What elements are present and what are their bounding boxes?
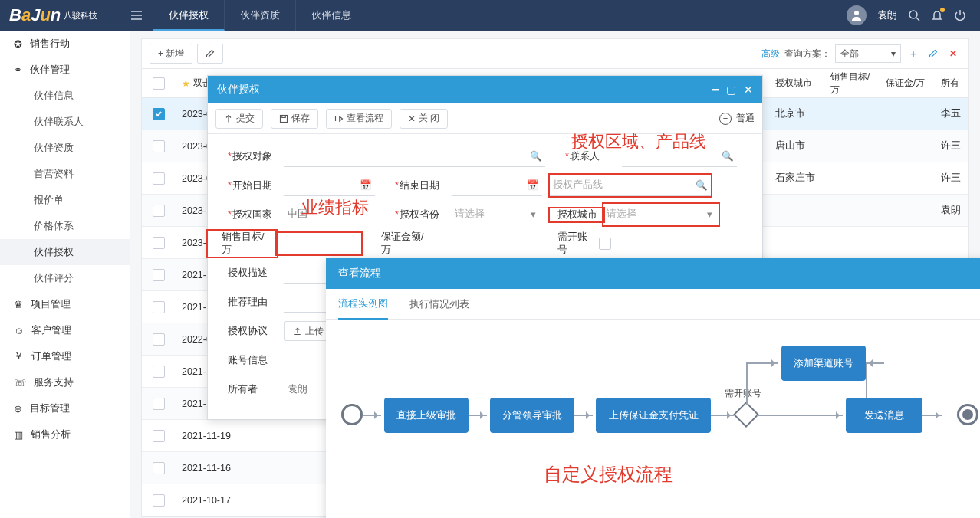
edit-button[interactable]	[197, 44, 223, 64]
flow-tab-graph[interactable]: 流程实例图	[338, 289, 388, 320]
nav-price[interactable]: 价格体系	[0, 213, 130, 239]
row-checkbox[interactable]	[153, 205, 165, 217]
flow-node-5[interactable]: 发送消息	[846, 398, 922, 433]
tab-partner-info[interactable]: 伙伴信息	[296, 0, 367, 31]
row-checkbox[interactable]	[153, 301, 165, 313]
col-target[interactable]: 销售目标/万	[824, 69, 880, 97]
col-owner[interactable]: 所有	[935, 69, 968, 97]
row-checkbox[interactable]	[153, 237, 165, 249]
sales-target-input[interactable]	[277, 233, 361, 254]
flow-tab-list[interactable]: 执行情况列表	[409, 289, 469, 320]
search-icon[interactable]: 🔍	[722, 150, 734, 162]
flow-node-4[interactable]: 添加渠道账号	[781, 346, 866, 381]
deposit-input[interactable]	[435, 233, 525, 254]
row-checkbox[interactable]	[153, 269, 165, 281]
plus-icon[interactable]: ＋	[906, 46, 921, 61]
city-select[interactable]: 请选择▾	[603, 204, 719, 225]
scheme-label: 查询方案：	[784, 48, 830, 61]
search-icon[interactable]: 🔍	[696, 179, 708, 192]
col-deposit[interactable]: 保证金/万	[880, 69, 935, 97]
flow-gateway	[733, 402, 759, 428]
flow-node-2[interactable]: 分管领导审批	[490, 398, 574, 433]
nav-sales-action[interactable]: ✪销售行动	[0, 31, 130, 57]
select-all-checkbox[interactable]	[153, 77, 165, 90]
cell-date: 2021-11-19	[176, 420, 260, 451]
search-icon[interactable]: 🔍	[530, 150, 542, 162]
chart-icon: ▥	[14, 429, 23, 441]
need-account-checkbox[interactable]	[599, 238, 611, 250]
annotation-flow: 自定义授权流程	[544, 462, 673, 487]
close-icon[interactable]: ✕	[744, 84, 753, 96]
tab-partner-qual[interactable]: 伙伴资质	[225, 0, 296, 31]
minimize-icon[interactable]: ━	[712, 84, 719, 96]
nav-customer[interactable]: ☺客户管理	[0, 317, 130, 343]
top-right: 袁朗	[847, 5, 980, 25]
maximize-icon[interactable]: ▢	[726, 84, 736, 96]
province-select[interactable]: 请选择▾	[452, 204, 542, 225]
row-checkbox[interactable]	[153, 172, 165, 185]
row-checkbox[interactable]	[153, 494, 165, 507]
delete-icon[interactable]: ✕	[945, 46, 961, 61]
col-city[interactable]: 授权城市	[769, 69, 824, 97]
tab-partner-auth[interactable]: 伙伴授权	[153, 0, 225, 31]
flow-node-1[interactable]: 直接上级审批	[384, 398, 469, 433]
upload-button[interactable]: 上传	[284, 321, 332, 341]
auth-target-input[interactable]: 🔍	[284, 146, 545, 167]
view-flow-button[interactable]: 查看流程	[326, 109, 392, 129]
row-checkbox[interactable]	[153, 140, 165, 152]
scheme-select[interactable]: 全部▾	[835, 44, 901, 63]
flow-node-3[interactable]: 上传保证金支付凭证	[596, 398, 711, 433]
add-button[interactable]: + 新增	[150, 44, 192, 64]
nav-goal[interactable]: ⊕目标管理	[0, 395, 130, 421]
calendar-icon[interactable]: 📅	[360, 179, 372, 192]
chevron-down-icon: ▾	[703, 208, 715, 221]
cell-owner: 李五	[935, 98, 968, 130]
record-type-tag[interactable]: − 普通	[719, 112, 755, 125]
bell-icon[interactable]	[931, 9, 943, 21]
search-icon[interactable]	[908, 9, 920, 21]
modal-actions: 提交 保存 查看流程 ✕ 关 闭 − 普通	[208, 103, 762, 134]
nav-partner-contact[interactable]: 伙伴联系人	[0, 109, 130, 135]
row-checkbox[interactable]	[153, 333, 165, 346]
minus-circle-icon: −	[719, 113, 732, 125]
nav-partner-qual[interactable]: 伙伴资质	[0, 135, 130, 161]
nav-quote[interactable]: 报价单	[0, 187, 130, 213]
cell-owner	[935, 227, 968, 258]
end-date-input[interactable]: 📅	[452, 175, 542, 196]
save-button[interactable]: 保存	[271, 109, 318, 129]
start-date-input[interactable]: 📅	[284, 175, 375, 196]
row-checkbox[interactable]	[153, 366, 165, 378]
power-icon[interactable]	[954, 9, 966, 21]
row-checkbox[interactable]	[153, 398, 165, 410]
yen-icon: ￥	[14, 349, 24, 363]
country-input[interactable]: 中国	[284, 204, 375, 225]
nav-partner-info[interactable]: 伙伴信息	[0, 83, 130, 109]
advanced-link[interactable]: 高级	[761, 48, 780, 61]
submit-button[interactable]: 提交	[215, 109, 263, 129]
product-line-input[interactable]: 授权产品线🔍	[550, 175, 711, 196]
nav-service[interactable]: ☏服务支持	[0, 369, 130, 395]
nav-analysis[interactable]: ▥销售分析	[0, 421, 130, 448]
flow-end	[957, 404, 978, 425]
content: + 新增 高级 查询方案： 全部▾ ＋ ✕ ★双击日期 授权城市 销售目标/万 …	[130, 31, 980, 518]
cell-owner: 许三	[935, 162, 968, 194]
svg-point-0	[854, 11, 859, 15]
contact-input[interactable]: 🔍	[622, 146, 737, 167]
nav-first-material[interactable]: 首营资料	[0, 161, 130, 187]
calendar-icon[interactable]: 📅	[527, 179, 539, 192]
avatar[interactable]	[847, 5, 867, 25]
close-button[interactable]: ✕ 关 闭	[400, 109, 448, 129]
nav-order[interactable]: ￥订单管理	[0, 343, 130, 369]
row-checkbox[interactable]	[153, 108, 165, 120]
pencil-icon[interactable]	[926, 46, 941, 61]
nav-partner-auth[interactable]: 伙伴授权	[0, 239, 130, 265]
menu-toggle-icon[interactable]	[130, 9, 143, 21]
modal-title-bar[interactable]: 伙伴授权 ━ ▢ ✕	[208, 76, 762, 103]
nav-partner-score[interactable]: 伙伴评分	[0, 265, 130, 291]
crosshair-icon: ⊕	[14, 403, 22, 415]
cell-city	[769, 195, 824, 226]
nav-project[interactable]: ♛项目管理	[0, 291, 130, 317]
row-checkbox[interactable]	[153, 462, 165, 474]
row-checkbox[interactable]	[153, 430, 165, 442]
nav-partner-mgmt[interactable]: ⚭伙伴管理	[0, 57, 130, 83]
